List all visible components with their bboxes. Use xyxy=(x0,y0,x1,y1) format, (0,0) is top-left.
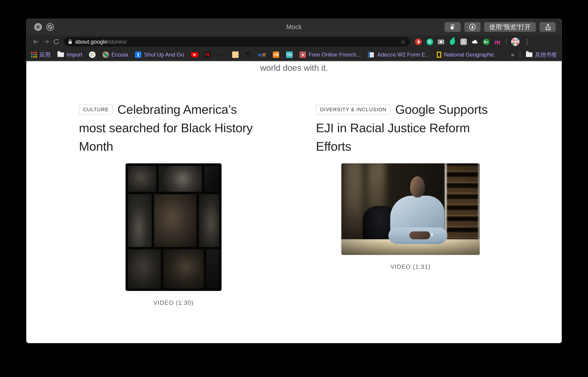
share-button[interactable] xyxy=(540,22,556,32)
plus-b-icon: +B xyxy=(273,51,279,58)
forward-button[interactable] xyxy=(41,37,51,47)
folder-icon xyxy=(58,52,64,57)
youtube-icon xyxy=(191,52,198,57)
story-card-culture: CULTURECelebrating America’s most search… xyxy=(79,100,268,306)
markup-button[interactable] xyxy=(464,22,481,32)
bookmark-youtube[interactable] xyxy=(191,52,198,57)
wordreference-icon: wR xyxy=(258,51,266,58)
ecosia-globe-icon xyxy=(103,51,109,58)
bookmark-apps[interactable]: 应用 xyxy=(31,51,50,58)
lock-icon xyxy=(68,39,72,45)
story-image-black-history-collage[interactable] xyxy=(126,163,222,291)
bookmark-hm[interactable]: Hm xyxy=(286,51,293,58)
titlebar-actions: 使用“预览”打开 xyxy=(445,22,556,32)
grammarly-icon[interactable]: G xyxy=(426,38,433,45)
camera-icon[interactable] xyxy=(437,38,445,45)
bookmark-adecco-w2[interactable]: Adecco W2 Form E... xyxy=(368,51,430,58)
stories-grid: CULTURECelebrating America’s most search… xyxy=(79,100,562,306)
bookmark-new-yorker[interactable] xyxy=(246,51,251,58)
teal-animal-icon[interactable] xyxy=(449,38,456,45)
star-badge-icon: ★ xyxy=(300,51,306,58)
reload-button[interactable] xyxy=(51,37,61,47)
page-content: world does with it. CULTURECelebrating A… xyxy=(26,61,562,343)
window-title: Mock xyxy=(286,23,302,31)
bookmark-free-online-french[interactable]: ★ Free Online French... xyxy=(300,51,361,58)
bookmark-plus-b[interactable]: +B xyxy=(273,51,279,58)
browser-toolbar: about.google/stories/ ☆ G h B+ m make be… xyxy=(26,35,562,48)
category-badge: DIVERSITY & INCLUSION xyxy=(316,105,391,115)
bookmark-sunburst[interactable] xyxy=(232,51,239,58)
bookmark-national-geographic[interactable]: National Geographic xyxy=(437,51,494,58)
adblock-hand-icon[interactable] xyxy=(415,38,422,45)
facebook-icon: f xyxy=(135,51,141,58)
form-document-icon xyxy=(368,51,375,58)
address-bar[interactable]: about.google/stories/ ☆ xyxy=(64,37,410,46)
chrome-menu-icon[interactable]: ⋮ xyxy=(524,38,530,46)
bookmark-google[interactable]: G xyxy=(89,51,95,58)
bookmark-asterisks[interactable] xyxy=(217,52,225,58)
bookmarks-overflow-chevron[interactable]: » xyxy=(511,51,514,58)
story-card-diversity: DIVERSITY & INCLUSIONGoogle Supports EJI… xyxy=(316,100,505,306)
bookmarks-bar: 应用 Import G Ecosia f Shut Up And Go N xyxy=(26,48,562,61)
natgeo-frame-icon xyxy=(437,52,441,58)
back-button[interactable] xyxy=(31,37,41,47)
url-host: about.google xyxy=(75,38,107,45)
cloud-icon[interactable] xyxy=(471,38,478,45)
bookmarks-separator xyxy=(520,52,520,58)
other-bookmarks[interactable]: 其他书签 xyxy=(526,51,557,58)
block-window-icon[interactable] xyxy=(46,23,54,31)
asterisks-icon xyxy=(217,52,225,58)
story-image-bryan-stevenson[interactable] xyxy=(341,163,480,255)
share-icon xyxy=(544,23,551,31)
story-title-link[interactable]: CULTURECelebrating America’s most search… xyxy=(79,100,254,163)
url-path: /stories/ xyxy=(107,38,127,45)
apps-grid-icon xyxy=(31,52,37,58)
netflix-icon: N xyxy=(205,51,211,58)
story-title-link[interactable]: DIVERSITY & INCLUSIONGoogle Supports EJI… xyxy=(316,100,502,163)
category-badge: CULTURE xyxy=(79,105,113,115)
bookmark-netflix[interactable]: N xyxy=(205,51,211,58)
titlebar: Mock 使用“预览”打开 xyxy=(26,19,562,35)
video-duration-caption: VIDEO (1:30) xyxy=(79,299,268,306)
hm-icon: Hm xyxy=(286,51,293,58)
profile-avatar[interactable]: make believe xyxy=(511,38,519,46)
bookmark-import[interactable]: Import xyxy=(58,51,82,58)
tophat-figure-icon xyxy=(246,51,251,58)
honey-h-icon[interactable]: h xyxy=(460,38,467,45)
b-plus-icon[interactable]: B+ xyxy=(483,38,490,45)
bookmark-shut-up-and-go[interactable]: f Shut Up And Go xyxy=(135,51,184,58)
bookmark-wordreference[interactable]: wR xyxy=(258,51,266,58)
window-controls xyxy=(34,23,54,31)
toolbar-separator xyxy=(506,39,506,45)
pink-m-icon[interactable]: m xyxy=(494,38,501,45)
sunburst-icon xyxy=(232,51,239,58)
rotate-button[interactable] xyxy=(445,22,461,32)
bookmark-ecosia[interactable]: Ecosia xyxy=(103,51,128,58)
close-window-icon[interactable] xyxy=(34,23,42,31)
google-g-icon: G xyxy=(89,51,95,58)
intro-text: world does with it. xyxy=(26,63,562,73)
extensions-row: G h B+ m make believe ⋮ xyxy=(415,38,530,46)
folder-icon xyxy=(526,52,532,57)
rotate-icon xyxy=(449,24,456,30)
video-duration-caption: VIDEO (1:31) xyxy=(316,263,505,271)
open-with-preview-button[interactable]: 使用“预览”打开 xyxy=(484,22,536,32)
avatar-text: make believe xyxy=(511,40,519,44)
markup-pen-icon xyxy=(469,23,476,31)
browser-window: Mock 使用“预览”打开 xyxy=(26,19,562,343)
bookmark-star-icon[interactable]: ☆ xyxy=(400,38,406,46)
